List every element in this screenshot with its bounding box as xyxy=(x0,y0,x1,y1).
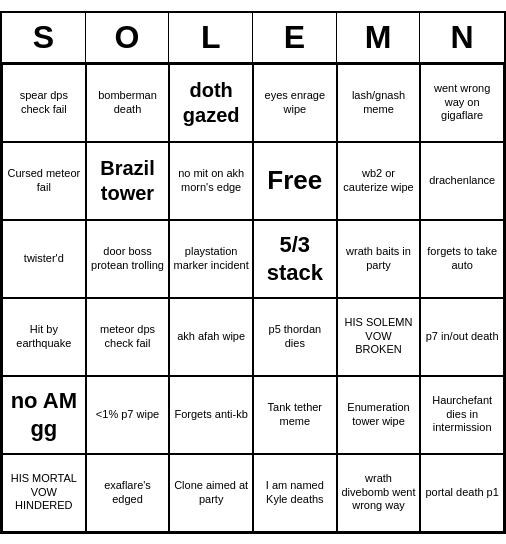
bingo-cell: spear dps check fail xyxy=(2,64,86,142)
bingo-cell: wb2 or cauterize wipe xyxy=(337,142,421,220)
bingo-cell: wrath baits in party xyxy=(337,220,421,298)
bingo-cell: Cursed meteor fail xyxy=(2,142,86,220)
bingo-cell: p7 in/out death xyxy=(420,298,504,376)
bingo-cell: twister'd xyxy=(2,220,86,298)
bingo-cell: Clone aimed at party xyxy=(169,454,253,532)
header-letter: O xyxy=(86,13,170,62)
header-letter: E xyxy=(253,13,337,62)
bingo-cell: eyes enrage wipe xyxy=(253,64,337,142)
header-letter: M xyxy=(337,13,421,62)
bingo-cell: door boss protean trolling xyxy=(86,220,170,298)
bingo-cell: Hit by earthquake xyxy=(2,298,86,376)
bingo-cell: I am named Kyle deaths xyxy=(253,454,337,532)
header-letter: N xyxy=(420,13,504,62)
bingo-cell: Enumeration tower wipe xyxy=(337,376,421,454)
bingo-cell: Free xyxy=(253,142,337,220)
bingo-card: SOLEMN spear dps check failbomberman dea… xyxy=(0,11,506,534)
bingo-cell: akh afah wipe xyxy=(169,298,253,376)
bingo-cell: Forgets anti-kb xyxy=(169,376,253,454)
bingo-cell: Tank tether meme xyxy=(253,376,337,454)
bingo-cell: <1% p7 wipe xyxy=(86,376,170,454)
bingo-cell: Brazil tower xyxy=(86,142,170,220)
header-letter: S xyxy=(2,13,86,62)
bingo-cell: wrath divebomb went wrong way xyxy=(337,454,421,532)
bingo-header: SOLEMN xyxy=(2,13,504,64)
bingo-cell: playstation marker incident xyxy=(169,220,253,298)
bingo-cell: 5/3 stack xyxy=(253,220,337,298)
bingo-cell: portal death p1 xyxy=(420,454,504,532)
bingo-cell: HIS MORTAL VOW HINDERED xyxy=(2,454,86,532)
bingo-cell: went wrong way on gigaflare xyxy=(420,64,504,142)
bingo-cell: no mit on akh morn's edge xyxy=(169,142,253,220)
bingo-cell: HIS SOLEMN VOW BROKEN xyxy=(337,298,421,376)
bingo-cell: Haurchefant dies in intermission xyxy=(420,376,504,454)
bingo-cell: lash/gnash meme xyxy=(337,64,421,142)
header-letter: L xyxy=(169,13,253,62)
bingo-cell: forgets to take auto xyxy=(420,220,504,298)
bingo-grid: spear dps check failbomberman deathdoth … xyxy=(2,64,504,532)
bingo-cell: doth gazed xyxy=(169,64,253,142)
bingo-cell: meteor dps check fail xyxy=(86,298,170,376)
bingo-cell: no AM gg xyxy=(2,376,86,454)
bingo-cell: exaflare's edged xyxy=(86,454,170,532)
bingo-cell: p5 thordan dies xyxy=(253,298,337,376)
bingo-cell: bomberman death xyxy=(86,64,170,142)
bingo-cell: drachenlance xyxy=(420,142,504,220)
